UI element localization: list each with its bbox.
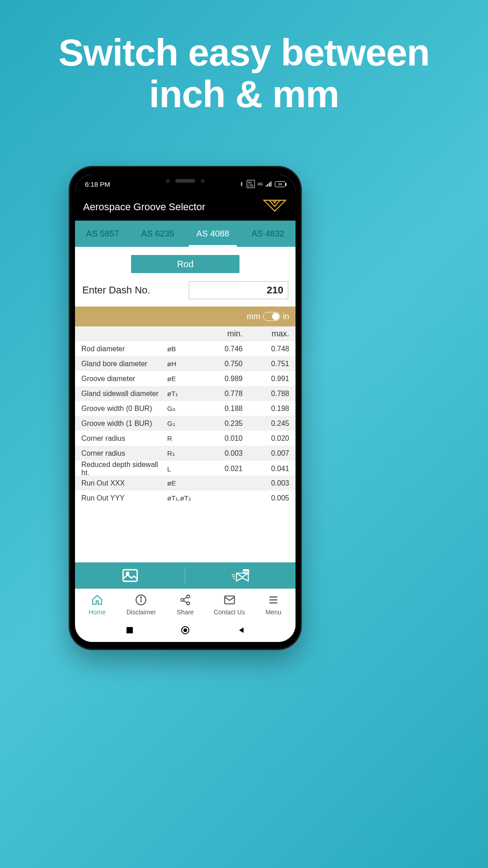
dash-row: Enter Dash No.	[75, 277, 296, 307]
phone-frame: 6:18 PM VoLTE 4G 30 Aerospace Groove Sel…	[70, 167, 300, 649]
svg-point-11	[187, 595, 190, 598]
table-row: Corner radiusR₁0.0030.007	[75, 446, 296, 461]
unit-toggle[interactable]	[263, 312, 280, 321]
svg-rect-20	[127, 627, 133, 633]
svg-rect-1	[267, 184, 268, 187]
svg-point-22	[183, 628, 187, 632]
nav-share[interactable]: Share	[163, 589, 207, 620]
table-row: Rod diameterøB0.7460.748	[75, 341, 296, 356]
app-title: Aerospace Groove Selector	[83, 201, 205, 213]
row-max: 0.198	[243, 405, 289, 413]
image-action-button[interactable]	[75, 562, 185, 589]
row-label: Corner radius	[81, 449, 167, 458]
row-max: 0.788	[243, 390, 289, 398]
row-label: Run Out XXX	[81, 479, 167, 487]
battery-icon: 30	[275, 181, 286, 187]
row-symbol: øT₁	[167, 390, 196, 398]
row-label: Reduced depth sidewall ht.	[81, 461, 167, 477]
nav-menu[interactable]: Menu	[251, 589, 296, 620]
row-symbol: øE	[167, 479, 196, 487]
row-max: 0.007	[243, 449, 289, 458]
svg-rect-2	[269, 183, 270, 186]
send-pdf-button[interactable]: PDF	[185, 562, 296, 589]
row-symbol: øE	[167, 375, 196, 382]
promo-line1: Switch easy between	[27, 32, 461, 73]
android-recent-button[interactable]	[126, 627, 133, 636]
unit-toggle-bar: mm in	[75, 307, 296, 326]
row-label: Groove diameter	[81, 375, 167, 383]
row-min: 0.003	[196, 449, 243, 458]
volte-icon: VoLTE	[247, 180, 255, 188]
row-max: 0.020	[243, 434, 289, 443]
nav-label: Share	[177, 609, 193, 616]
dash-label: Enter Dash No.	[82, 284, 183, 296]
info-icon	[135, 594, 147, 607]
row-min: 0.010	[196, 434, 243, 443]
dash-number-input[interactable]	[189, 281, 288, 299]
table-row: Run Out YYYøT₁,øT₂0.005	[75, 491, 296, 505]
row-min: 0.021	[196, 465, 243, 473]
row-label: Run Out YYY	[81, 494, 167, 502]
table-header-row: min. max.	[75, 326, 296, 341]
row-min: 0.989	[196, 375, 243, 383]
tab-as-6235[interactable]: AS 6235	[130, 221, 185, 247]
tab-as-5857[interactable]: AS 5857	[75, 221, 130, 247]
unit-mm-label: mm	[247, 312, 260, 321]
svg-point-10	[141, 597, 141, 598]
brand-logo-icon	[262, 199, 287, 215]
row-symbol: L	[167, 465, 196, 473]
android-nav-bar	[75, 620, 296, 642]
nav-label: Home	[89, 609, 105, 616]
svg-point-12	[181, 598, 184, 601]
bottom-nav: HomeDisclaimerShareContact UsMenu	[75, 589, 296, 620]
android-home-button[interactable]	[181, 626, 190, 637]
row-label: Groove width (0 BUR)	[81, 405, 167, 413]
promo-heading: Switch easy between inch & mm	[0, 0, 488, 115]
row-symbol: R	[167, 434, 196, 442]
tab-as-4832[interactable]: AS 4832	[240, 221, 296, 247]
col-max-header: max.	[243, 329, 289, 339]
table-row: Corner radiusR0.0100.020	[75, 431, 296, 446]
android-back-button[interactable]	[237, 627, 244, 636]
row-max: 0.245	[243, 420, 289, 428]
row-min: 0.778	[196, 390, 243, 398]
status-right: VoLTE 4G 30	[239, 180, 286, 188]
rod-section: Rod	[75, 247, 296, 277]
action-bar: PDF	[75, 562, 296, 589]
table-row: Reduced depth sidewall ht.L0.0210.041	[75, 461, 296, 476]
svg-point-13	[187, 602, 190, 605]
row-label: Corner radius	[81, 434, 167, 443]
status-time: 6:18 PM	[85, 180, 110, 188]
menu-icon	[267, 594, 279, 607]
row-max: 0.748	[243, 345, 289, 353]
home-icon	[91, 594, 103, 607]
row-max: 0.005	[243, 494, 289, 502]
row-max: 0.991	[243, 375, 289, 383]
table-row: Gland sidewall diameterøT₁0.7780.788	[75, 386, 296, 401]
rod-button[interactable]: Rod	[131, 255, 239, 273]
col-min-header: min.	[196, 329, 243, 339]
row-symbol: R₁	[167, 449, 196, 458]
row-label: Rod diameter	[81, 345, 167, 353]
tab-as-4088[interactable]: AS 4088	[185, 221, 240, 247]
svg-rect-4	[123, 570, 137, 581]
table-row: Groove width (1 BUR)G₁0.2350.245	[75, 416, 296, 431]
network-icon: 4G	[258, 182, 263, 186]
nav-disclaimer[interactable]: Disclaimer	[119, 589, 164, 620]
phone-notch	[145, 175, 226, 187]
row-max: 0.041	[243, 465, 289, 473]
row-label: Gland bore diameter	[81, 360, 167, 368]
row-symbol: øH	[167, 360, 196, 368]
unit-in-label: in	[283, 312, 289, 321]
table-row: Run Out XXXøE0.003	[75, 476, 296, 491]
nav-contact-us[interactable]: Contact Us	[207, 589, 252, 620]
nav-label: Menu	[266, 609, 282, 616]
svg-rect-3	[271, 181, 272, 186]
nav-home[interactable]: Home	[75, 589, 119, 620]
row-min: 0.235	[196, 420, 243, 428]
table-row: Groove width (0 BUR)G₀0.1880.198	[75, 401, 296, 416]
row-min: 0.188	[196, 405, 243, 413]
share-icon	[179, 594, 191, 607]
row-min: 0.750	[196, 360, 243, 368]
row-max: 0.751	[243, 360, 289, 368]
